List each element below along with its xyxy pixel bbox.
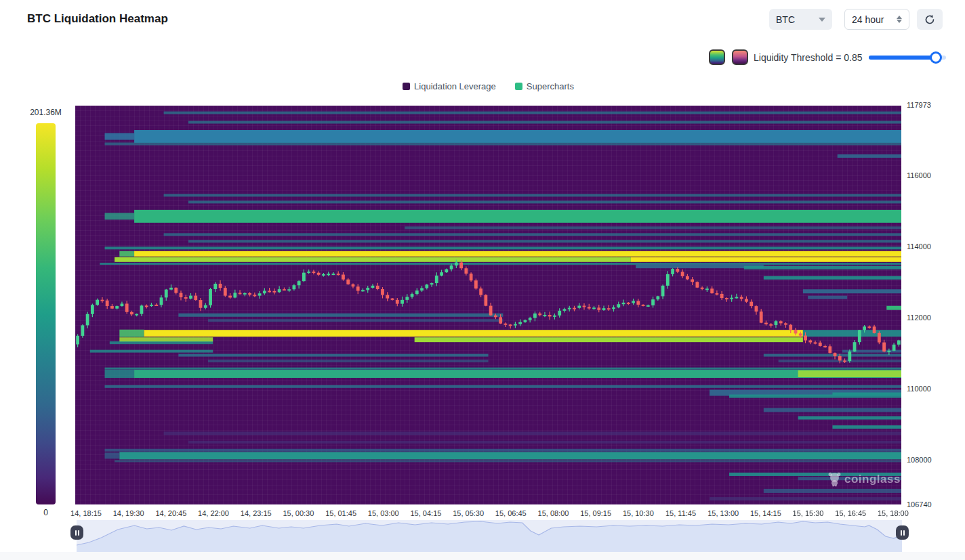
colorbar-max-label: 201.36M (20, 108, 71, 117)
navigator-right-handle[interactable] (896, 525, 909, 540)
legend-swatch (403, 83, 410, 90)
legend: Liquidation Leverage Supercharts (75, 81, 901, 91)
timeframe-select[interactable]: 24 hour (844, 9, 909, 30)
colormap-magma-button[interactable] (732, 49, 748, 65)
page: BTC Liquidation Heatmap BTC 24 hour Liqu… (0, 0, 965, 560)
y-axis-label: 116000 (907, 171, 931, 179)
x-axis-label: 14, 19:30 (113, 509, 144, 517)
y-axis-label: 114000 (907, 242, 931, 251)
x-axis-label: 14, 20:45 (155, 509, 186, 517)
x-axis-label: 15, 14:15 (750, 509, 781, 517)
slider-thumb[interactable] (930, 51, 942, 64)
stepper-icon (897, 16, 902, 23)
x-axis-label: 15, 09:15 (580, 509, 611, 517)
colorbar-gradient (36, 123, 56, 504)
range-navigator[interactable] (77, 520, 902, 552)
liquidity-threshold-label: Liquidity Threshold = 0.85 (754, 52, 862, 63)
symbol-select[interactable]: BTC (769, 9, 832, 30)
x-axis-label: 15, 15:30 (793, 509, 824, 517)
legend-label: Supercharts (527, 81, 574, 91)
y-axis-label: 106740 (907, 500, 932, 509)
y-axis-label: 112000 (907, 314, 931, 322)
x-axis-label: 14, 22:00 (198, 509, 229, 517)
legend-item-supercharts[interactable]: Supercharts (515, 81, 574, 91)
x-axis-label: 15, 06:45 (495, 509, 527, 517)
y-axis-label: 117973 (907, 101, 931, 109)
x-axis-label: 14, 23:15 (241, 509, 272, 517)
x-axis-label: 15, 11:45 (665, 509, 696, 517)
x-axis-label: 15, 08:00 (538, 509, 569, 517)
x-axis-label: 15, 01:45 (325, 509, 356, 517)
navigator-track[interactable] (0, 552, 965, 560)
legend-item-liquidation-leverage[interactable]: Liquidation Leverage (403, 81, 496, 91)
navigator-left-handle[interactable] (70, 525, 83, 540)
symbol-select-value: BTC (776, 14, 795, 25)
slider-fill (869, 56, 936, 60)
x-axis-label: 15, 18:00 (878, 509, 909, 517)
liquidity-threshold-slider[interactable] (869, 55, 946, 60)
refresh-icon (924, 14, 936, 26)
chevron-down-icon (819, 18, 825, 22)
timeframe-select-value: 24 hour (852, 14, 884, 25)
colormap-viridis-button[interactable] (709, 49, 725, 65)
colorbar-min-label: 0 (20, 508, 71, 517)
legend-swatch (515, 83, 522, 90)
y-axis-label: 110000 (907, 385, 931, 393)
liquidation-heatmap-canvas[interactable] (75, 106, 901, 504)
refresh-button[interactable] (917, 9, 943, 30)
x-axis-label: 15, 03:00 (368, 509, 399, 517)
x-axis-label: 14, 18:15 (70, 509, 102, 517)
x-axis-label: 15, 10:30 (623, 509, 654, 517)
x-axis-label: 15, 13:00 (707, 509, 739, 517)
x-axis-label: 15, 00:30 (283, 509, 314, 517)
x-axis-label: 15, 05:30 (453, 509, 484, 517)
x-axis-label: 15, 04:15 (411, 509, 442, 517)
legend-label: Liquidation Leverage (414, 81, 496, 91)
page-title: BTC Liquidation Heatmap (27, 12, 168, 26)
y-axis-label: 108000 (907, 456, 932, 464)
x-axis-label: 15, 16:45 (835, 509, 866, 517)
